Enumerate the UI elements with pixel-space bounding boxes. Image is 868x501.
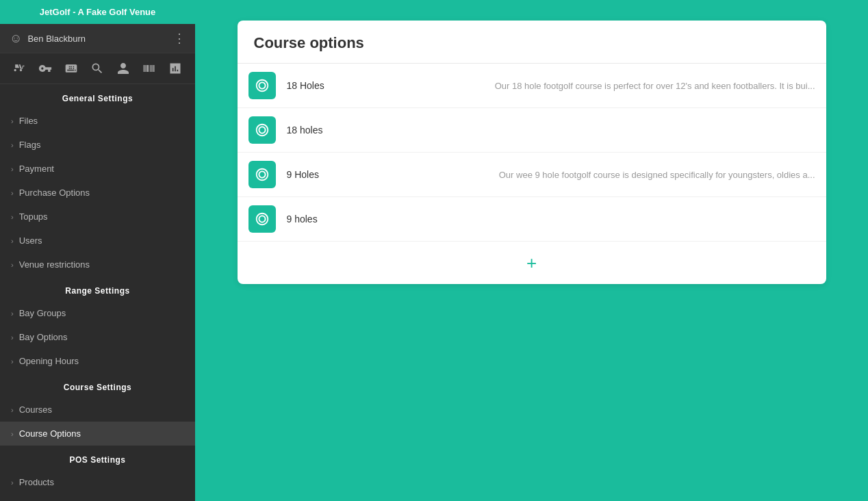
chevron-icon: › — [11, 261, 14, 269]
chevron-icon: › — [11, 357, 14, 365]
keyboard-icon[interactable] — [62, 59, 81, 78]
add-button-row: + — [238, 242, 826, 284]
chevron-icon: › — [11, 141, 14, 149]
golf-icon-2 — [255, 167, 270, 182]
barcode-icon[interactable] — [140, 59, 159, 78]
sidebar-item-topups[interactable]: › Topups — [0, 205, 195, 229]
search-icon[interactable] — [88, 59, 107, 78]
sidebar-item-label: Users — [19, 235, 42, 246]
sidebar-item-label: Courses — [19, 404, 52, 415]
sidebar-item-label: Opening Hours — [19, 356, 79, 366]
course-item-2[interactable]: 9 Holes Our wee 9 hole footgolf course i… — [238, 153, 826, 197]
main-content: Course options 18 Holes Our 18 hole foot… — [195, 0, 868, 501]
golf-icon-0 — [255, 78, 270, 93]
course-settings-header: Course Settings — [0, 373, 195, 398]
sidebar-item-label: Files — [19, 116, 38, 126]
sidebar-item-bay-options[interactable]: › Bay Options — [0, 325, 195, 349]
sidebar-item-label: Course Options — [19, 428, 81, 439]
card-title: Course options — [254, 34, 810, 52]
user-icon: ☺ — [10, 31, 22, 46]
item-desc-0: Our 18 hole footgolf course is perfect f… — [495, 81, 815, 91]
sidebar-item-opening-hours[interactable]: › Opening Hours — [0, 349, 195, 373]
chevron-icon: › — [11, 430, 14, 438]
sidebar-item-users[interactable]: › Users — [0, 229, 195, 253]
chart-icon[interactable] — [166, 59, 185, 78]
item-name-0: 18 Holes — [287, 80, 355, 91]
sidebar-item-label: Payment — [19, 164, 54, 174]
sidebar-item-label: Products — [19, 477, 54, 487]
sidebar-item-venue-restrictions[interactable]: › Venue restrictions — [0, 253, 195, 277]
golf-icon-1 — [255, 123, 270, 138]
sidebar-item-payment[interactable]: › Payment — [0, 157, 195, 181]
sidebar-item-bay-groups[interactable]: › Bay Groups — [0, 301, 195, 325]
sidebar-item-label: Bay Groups — [19, 308, 66, 318]
item-desc-2: Our wee 9 hole footgolf course is design… — [499, 170, 815, 180]
sidebar-item-label: Venue restrictions — [19, 259, 90, 270]
chevron-icon: › — [11, 478, 14, 487]
sidebar-item-label: Flags — [19, 140, 41, 150]
card-header: Course options — [238, 21, 826, 64]
sidebar-user-row: ☺ Ben Blackburn ⋮ — [0, 24, 195, 53]
user-name: Ben Blackburn — [27, 34, 173, 44]
chevron-icon: › — [11, 213, 14, 221]
sidebar-item-purchase-options[interactable]: › Purchase Options — [0, 181, 195, 205]
chevron-icon: › — [11, 333, 14, 342]
sidebar-item-label: Bay Options — [19, 332, 68, 342]
sidebar-item-courses[interactable]: › Courses — [0, 398, 195, 422]
key-icon[interactable] — [36, 59, 55, 78]
item-icon-3 — [248, 205, 276, 233]
range-settings-header: Range Settings — [0, 277, 195, 301]
golf-icon-3 — [255, 211, 270, 227]
chevron-icon: › — [11, 117, 14, 125]
item-name-1: 18 holes — [287, 125, 355, 136]
sidebar-item-label: Topups — [19, 211, 48, 222]
chevron-icon: › — [11, 309, 14, 318]
course-item-3[interactable]: 9 holes — [238, 197, 826, 242]
sidebar-topbar: JetGolf - A Fake Golf Venue — [0, 0, 195, 24]
person-icon[interactable] — [114, 59, 133, 78]
chevron-icon: › — [11, 189, 14, 197]
sidebar-icon-bar — [0, 53, 195, 84]
user-menu-button[interactable]: ⋮ — [173, 31, 186, 46]
general-settings-header: General Settings — [0, 84, 195, 109]
chevron-icon: › — [11, 237, 14, 245]
course-item-1[interactable]: 18 holes — [238, 108, 826, 153]
item-icon-0 — [248, 72, 276, 99]
chevron-icon: › — [11, 165, 14, 173]
sidebar: JetGolf - A Fake Golf Venue ☺ Ben Blackb… — [0, 0, 195, 501]
item-icon-1 — [248, 116, 276, 144]
add-course-option-button[interactable]: + — [526, 254, 537, 272]
item-name-3: 9 holes — [287, 214, 355, 224]
sidebar-item-products[interactable]: › Products — [0, 470, 195, 494]
item-icon-2 — [248, 161, 276, 188]
sidebar-item-files[interactable]: › Files — [0, 109, 195, 133]
chevron-icon: › — [11, 406, 14, 414]
sidebar-item-label: Purchase Options — [19, 188, 90, 198]
venue-title: JetGolf - A Fake Golf Venue — [40, 7, 156, 17]
course-options-card: Course options 18 Holes Our 18 hole foot… — [238, 21, 826, 284]
sidebar-item-course-options[interactable]: › Course Options — [0, 422, 195, 446]
item-name-2: 9 Holes — [287, 169, 355, 180]
golf-cart-icon[interactable] — [10, 59, 29, 78]
pos-settings-header: POS Settings — [0, 446, 195, 470]
sidebar-item-flags[interactable]: › Flags — [0, 133, 195, 157]
course-item-0[interactable]: 18 Holes Our 18 hole footgolf course is … — [238, 64, 826, 108]
